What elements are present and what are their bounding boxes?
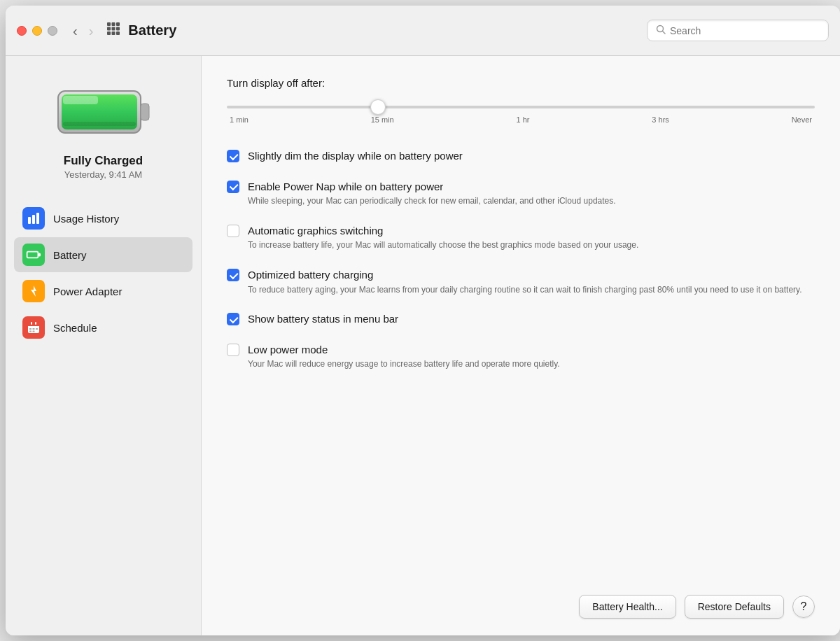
window-title: Battery bbox=[128, 22, 647, 38]
slider-label-3hrs: 3 hrs bbox=[652, 115, 668, 124]
sidebar-item-label: Power Adapter bbox=[53, 286, 122, 297]
setting-title-lowpower: Low power mode bbox=[248, 343, 815, 357]
maximize-button[interactable] bbox=[48, 26, 57, 36]
battery-status: Fully Charged Yesterday, 9:41 AM bbox=[64, 154, 143, 180]
checkbox-low-power[interactable] bbox=[227, 344, 239, 356]
svg-rect-8 bbox=[116, 31, 120, 35]
setting-optimized-charging: Optimized battery charging To reduce bat… bbox=[227, 260, 815, 304]
titlebar: ‹ › Battery bbox=[6, 6, 840, 56]
setting-text-optimized: Optimized battery charging To reduce bat… bbox=[248, 268, 815, 295]
svg-rect-18 bbox=[36, 213, 39, 224]
sidebar-nav: Usage History Battery bbox=[6, 201, 201, 346]
svg-rect-0 bbox=[107, 22, 111, 26]
battery-status-main: Fully Charged bbox=[64, 154, 143, 168]
svg-rect-3 bbox=[107, 27, 111, 31]
svg-rect-27 bbox=[35, 322, 36, 325]
setting-text-menubar: Show battery status in menu bar bbox=[248, 312, 815, 326]
sidebar-item-label: Usage History bbox=[53, 213, 119, 225]
window: ‹ › Battery bbox=[6, 6, 840, 635]
svg-marker-22 bbox=[31, 286, 36, 297]
checkbox-optimized-charging[interactable] bbox=[227, 269, 239, 281]
setting-auto-graphics: Automatic graphics switching To increase… bbox=[227, 216, 815, 260]
setting-desc-nap: While sleeping, your Mac can periodicall… bbox=[248, 195, 815, 207]
setting-title-dim: Slightly dim the display while on batter… bbox=[248, 149, 815, 163]
forward-button[interactable]: › bbox=[85, 22, 98, 39]
battery-graphic bbox=[55, 84, 153, 140]
svg-rect-25 bbox=[28, 323, 39, 326]
svg-rect-7 bbox=[112, 31, 115, 35]
slider-label: Turn display off after: bbox=[227, 77, 815, 89]
svg-rect-1 bbox=[112, 22, 115, 26]
bottom-buttons: Battery Health... Restore Defaults ? bbox=[579, 595, 815, 619]
sidebar-item-usage-history[interactable]: Usage History bbox=[14, 201, 192, 236]
battery-icon-container bbox=[55, 84, 153, 143]
slider-label-15min: 15 min bbox=[371, 115, 394, 124]
checkbox-wrapper-menubar[interactable] bbox=[227, 313, 239, 325]
setting-text-graphics: Automatic graphics switching To increase… bbox=[248, 224, 815, 251]
battery-health-button[interactable]: Battery Health... bbox=[579, 595, 676, 619]
traffic-lights bbox=[17, 26, 57, 36]
slider-labels: 1 min 15 min 1 hr 3 hrs Never bbox=[227, 115, 815, 124]
setting-title-graphics: Automatic graphics switching bbox=[248, 224, 815, 238]
checkbox-dim-display[interactable] bbox=[227, 150, 239, 162]
checkbox-wrapper-lowpower[interactable] bbox=[227, 344, 239, 356]
settings-list: Slightly dim the display while on batter… bbox=[227, 141, 815, 379]
svg-rect-17 bbox=[32, 215, 35, 224]
setting-power-nap: Enable Power Nap while on battery power … bbox=[227, 171, 815, 216]
slider-section: Turn display off after: 1 min 15 min 1 h… bbox=[227, 77, 815, 124]
setting-desc-optimized: To reduce battery aging, your Mac learns… bbox=[248, 284, 815, 296]
checkbox-wrapper-graphics[interactable] bbox=[227, 225, 239, 237]
setting-desc-graphics: To increase battery life, your Mac will … bbox=[248, 239, 815, 251]
close-button[interactable] bbox=[17, 26, 27, 36]
usage-history-icon bbox=[22, 207, 45, 230]
power-adapter-icon bbox=[22, 280, 45, 302]
svg-rect-31 bbox=[29, 331, 31, 332]
svg-rect-28 bbox=[29, 328, 31, 330]
svg-rect-5 bbox=[116, 27, 120, 31]
search-icon bbox=[656, 24, 666, 36]
svg-rect-29 bbox=[33, 328, 35, 330]
search-bar[interactable] bbox=[647, 20, 829, 41]
battery-status-time: Yesterday, 9:41 AM bbox=[64, 169, 143, 180]
svg-rect-32 bbox=[33, 331, 35, 332]
sidebar: Fully Charged Yesterday, 9:41 AM Usage H… bbox=[6, 56, 202, 635]
setting-text-dim: Slightly dim the display while on batter… bbox=[248, 149, 815, 163]
svg-rect-16 bbox=[28, 217, 31, 224]
main-content: Fully Charged Yesterday, 9:41 AM Usage H… bbox=[6, 56, 840, 635]
svg-rect-20 bbox=[38, 253, 41, 257]
sidebar-item-power-adapter[interactable]: Power Adapter bbox=[14, 274, 192, 309]
minimize-button[interactable] bbox=[32, 26, 42, 36]
setting-title-optimized: Optimized battery charging bbox=[248, 268, 815, 282]
search-input[interactable] bbox=[670, 25, 820, 36]
setting-desc-lowpower: Your Mac will reduce energy usage to inc… bbox=[248, 358, 815, 370]
svg-rect-15 bbox=[63, 122, 136, 126]
svg-rect-14 bbox=[63, 96, 98, 104]
setting-dim-display: Slightly dim the display while on batter… bbox=[227, 141, 815, 171]
help-button[interactable]: ? bbox=[792, 596, 815, 618]
setting-low-power: Low power mode Your Mac will reduce ener… bbox=[227, 334, 815, 379]
checkbox-wrapper-dim[interactable] bbox=[227, 150, 239, 162]
restore-defaults-button[interactable]: Restore Defaults bbox=[685, 595, 784, 619]
sidebar-item-label: Battery bbox=[53, 249, 87, 261]
grid-icon[interactable] bbox=[106, 21, 121, 40]
sidebar-item-battery[interactable]: Battery bbox=[14, 237, 192, 272]
svg-rect-4 bbox=[112, 27, 115, 31]
right-panel: Turn display off after: 1 min 15 min 1 h… bbox=[202, 56, 840, 635]
checkbox-auto-graphics[interactable] bbox=[227, 225, 239, 237]
display-off-slider[interactable] bbox=[227, 106, 815, 108]
schedule-icon bbox=[22, 316, 45, 339]
svg-rect-2 bbox=[116, 22, 120, 26]
setting-title-menubar: Show battery status in menu bar bbox=[248, 312, 815, 326]
setting-menu-bar: Show battery status in menu bar bbox=[227, 304, 815, 334]
checkbox-menu-bar[interactable] bbox=[227, 313, 239, 325]
back-button[interactable]: ‹ bbox=[69, 22, 82, 39]
checkbox-wrapper-nap[interactable] bbox=[227, 181, 239, 193]
checkbox-power-nap[interactable] bbox=[227, 181, 239, 193]
slider-label-1min: 1 min bbox=[230, 115, 248, 124]
slider-label-1hr: 1 hr bbox=[517, 115, 530, 124]
checkbox-wrapper-optimized[interactable] bbox=[227, 269, 239, 281]
svg-rect-21 bbox=[28, 253, 38, 258]
sidebar-item-schedule[interactable]: Schedule bbox=[14, 310, 192, 345]
battery-icon bbox=[22, 244, 45, 266]
svg-rect-26 bbox=[31, 322, 32, 325]
